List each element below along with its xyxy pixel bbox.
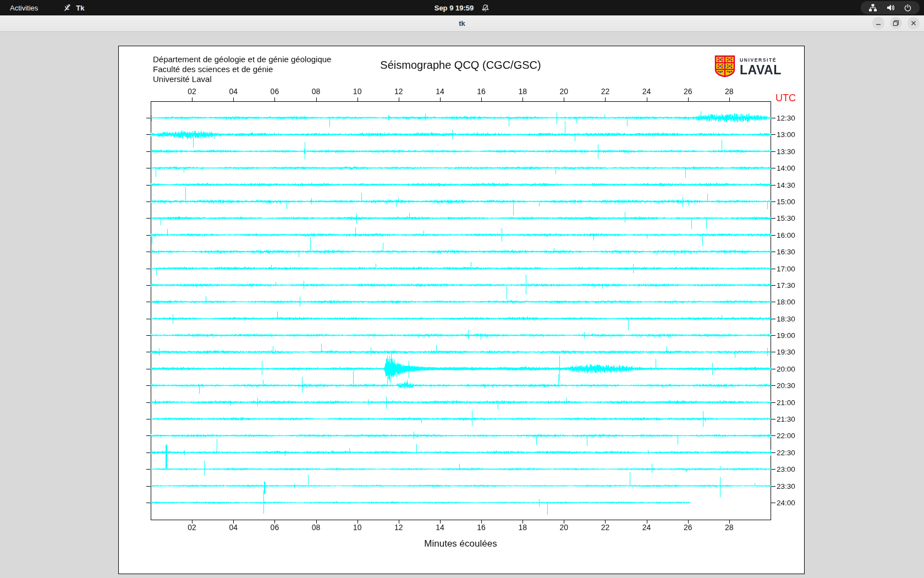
- utc-row-label: 15:30: [777, 214, 795, 222]
- window-titlebar[interactable]: tk: [0, 15, 924, 32]
- utc-row-label: 22:30: [777, 448, 795, 456]
- x-tick-label: 18: [518, 523, 527, 532]
- utc-row-label: 16:30: [777, 248, 795, 256]
- institution-line: Université Laval: [153, 74, 331, 84]
- utc-row-label: 23:00: [777, 465, 795, 473]
- app-indicator-label: Tk: [76, 4, 84, 12]
- utc-row-label: 12:30: [777, 114, 795, 122]
- notifications-disabled-icon: [481, 4, 490, 12]
- power-icon: [904, 4, 912, 12]
- system-status-area[interactable]: [861, 1, 920, 14]
- close-button[interactable]: [908, 17, 920, 29]
- maximize-button[interactable]: [890, 17, 902, 29]
- logo-laval-text: LAVAL: [740, 64, 782, 77]
- minimize-button[interactable]: [872, 17, 884, 29]
- x-tick-label: 20: [560, 523, 569, 532]
- volume-icon: [886, 3, 895, 12]
- utc-row-label: 20:00: [777, 364, 795, 373]
- x-tick-label: 04: [229, 87, 238, 96]
- utc-row-label: 17:00: [777, 264, 795, 272]
- x-tick-label: 18: [518, 87, 527, 96]
- utc-row-label: 19:30: [777, 348, 795, 356]
- tk-window-body: Département de géologie et de génie géol…: [0, 32, 924, 578]
- laval-crest-icon: [714, 55, 736, 79]
- utc-row-label: 17:30: [777, 281, 795, 289]
- x-tick-label: 26: [684, 523, 692, 532]
- x-tick-label: 06: [271, 87, 279, 96]
- gnome-top-bar: Activities Tk Sep 9 19:59: [0, 0, 924, 15]
- x-tick-label: 04: [229, 523, 238, 532]
- tk-feather-icon: [63, 3, 72, 12]
- utc-row-label: 14:00: [777, 164, 795, 172]
- utc-row-label: 13:30: [777, 147, 795, 155]
- utc-row-label: 21:00: [777, 398, 795, 406]
- x-tick-label: 24: [642, 523, 651, 532]
- x-tick-label: 24: [642, 87, 651, 96]
- helicorder-plot: [119, 46, 804, 574]
- x-tick-label: 12: [394, 523, 403, 532]
- x-tick-label: 22: [601, 87, 610, 96]
- x-tick-label: 26: [684, 87, 692, 96]
- utc-row-label: 14:30: [777, 181, 795, 189]
- app-indicator[interactable]: Tk: [63, 3, 84, 12]
- x-axis-label: Minutes écoulées: [151, 538, 771, 549]
- x-tick-label: 08: [312, 87, 321, 96]
- universite-laval-logo: UNIVERSITÉ LAVAL: [714, 55, 782, 79]
- utc-row-label: 18:00: [777, 298, 795, 306]
- utc-row-label: 18:30: [777, 314, 795, 323]
- utc-row-label: 13:00: [777, 130, 795, 139]
- x-tick-label: 14: [436, 87, 444, 96]
- activities-button[interactable]: Activities: [0, 0, 48, 15]
- logo-universite-text: UNIVERSITÉ: [740, 58, 782, 63]
- x-tick-label: 22: [601, 523, 610, 532]
- seismograph-canvas-frame: Département de géologie et de génie géol…: [118, 46, 805, 574]
- x-tick-label: 02: [188, 87, 196, 96]
- x-tick-label: 20: [560, 87, 569, 96]
- network-wired-icon: [868, 3, 877, 12]
- utc-row-label: 16:00: [777, 231, 795, 239]
- x-tick-label: 16: [477, 87, 486, 96]
- utc-row-label: 24:00: [777, 499, 795, 507]
- utc-label: UTC: [776, 92, 796, 104]
- plot-title: Séismographe QCQ (CGC/GSC): [151, 59, 771, 72]
- utc-row-label: 15:00: [777, 197, 795, 205]
- x-tick-label: 28: [725, 87, 734, 96]
- utc-row-label: 23:30: [777, 482, 795, 490]
- x-tick-label: 16: [477, 523, 486, 532]
- utc-row-label: 20:30: [777, 381, 795, 390]
- x-tick-label: 08: [312, 523, 321, 532]
- x-tick-label: 10: [353, 523, 362, 532]
- x-tick-label: 12: [394, 87, 403, 96]
- x-tick-label: 06: [271, 523, 279, 532]
- x-tick-label: 02: [188, 523, 196, 532]
- utc-row-label: 21:30: [777, 415, 795, 423]
- utc-row-label: 19:00: [777, 331, 795, 340]
- utc-row-label: 22:00: [777, 432, 795, 440]
- x-tick-label: 14: [436, 523, 444, 532]
- clock[interactable]: Sep 9 19:59: [435, 4, 474, 12]
- window-title: tk: [0, 15, 924, 31]
- x-tick-label: 10: [353, 87, 362, 96]
- x-tick-label: 28: [725, 523, 734, 532]
